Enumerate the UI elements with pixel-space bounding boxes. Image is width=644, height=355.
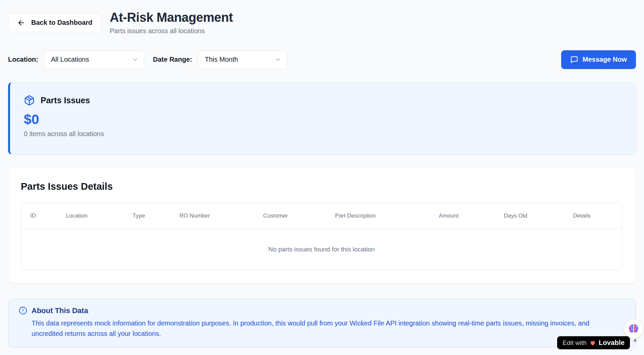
column-header-customer: Customer	[254, 203, 326, 229]
column-header-details: Details	[564, 203, 622, 229]
empty-state-message: No parts issues found for this location	[21, 229, 622, 270]
column-header-part-description: Part Description	[326, 203, 430, 229]
lovable-assistant-bubble[interactable]	[624, 319, 643, 338]
filters-bar: Location: All Locations Date Range: This…	[8, 50, 636, 69]
location-select[interactable]: All Locations	[44, 50, 144, 69]
summary-title-row: Parts Issues	[24, 95, 622, 106]
summary-caption: 0 items across all locations	[24, 130, 622, 138]
page-title: At-Risk Management	[110, 10, 233, 25]
message-now-button[interactable]: Message Now	[561, 50, 636, 69]
parts-issues-details-card: Parts Issues Details ID Location Type RO…	[8, 168, 636, 283]
chevron-down-icon	[131, 56, 139, 63]
edit-with-label: Edit with	[562, 339, 587, 347]
date-range-select-value: This Month	[205, 56, 238, 63]
chevron-down-icon	[274, 56, 281, 63]
parts-issues-summary-card: Parts Issues $0 0 items across all locat…	[8, 82, 636, 155]
brain-icon	[628, 323, 639, 335]
details-heading: Parts Issues Details	[21, 180, 622, 192]
about-heading-row: About This Data	[19, 306, 622, 315]
parts-issues-table: ID Location Type RO Number Customer Part…	[21, 203, 622, 270]
arrow-left-icon	[17, 19, 25, 27]
edit-with-lovable-badge[interactable]: Edit with Lovable	[557, 336, 630, 349]
location-select-value: All Locations	[51, 56, 89, 63]
empty-state-row: No parts issues found for this location	[21, 229, 622, 270]
about-body-text: This data represents mock information fo…	[32, 318, 616, 339]
alert-circle-icon	[19, 306, 27, 315]
summary-amount: $0	[24, 111, 622, 128]
about-this-data-card: About This Data This data represents moc…	[8, 299, 636, 347]
page-header: Back to Dashboard At-Risk Management Par…	[8, 0, 636, 35]
at-risk-management-page: Back to Dashboard At-Risk Management Par…	[0, 0, 644, 347]
column-header-location: Location	[57, 203, 124, 229]
back-button-label: Back to Dashboard	[31, 19, 92, 26]
about-heading: About This Data	[32, 306, 88, 315]
collapse-caret[interactable]: ^	[634, 339, 637, 344]
column-header-days-old: Days Old	[495, 203, 564, 229]
back-to-dashboard-button[interactable]: Back to Dashboard	[8, 13, 101, 32]
column-header-type: Type	[123, 203, 170, 229]
column-header-id: ID	[21, 203, 57, 229]
lovable-brand-label: Lovable	[599, 339, 625, 347]
package-icon	[24, 95, 35, 106]
lovable-heart-icon	[589, 340, 596, 346]
message-square-icon	[570, 56, 578, 64]
table-header-row: ID Location Type RO Number Customer Part…	[21, 203, 622, 229]
column-header-ro-number: RO Number	[170, 203, 254, 229]
date-range-select[interactable]: This Month	[198, 50, 287, 69]
page-subtitle: Parts issues across all locations	[110, 26, 233, 35]
column-header-amount: Amount	[430, 203, 495, 229]
location-filter-label: Location:	[8, 56, 38, 63]
summary-card-title: Parts Issues	[41, 96, 90, 105]
message-now-label: Message Now	[583, 56, 627, 63]
title-block: At-Risk Management Parts issues across a…	[110, 10, 233, 35]
date-range-filter-label: Date Range:	[153, 56, 192, 63]
